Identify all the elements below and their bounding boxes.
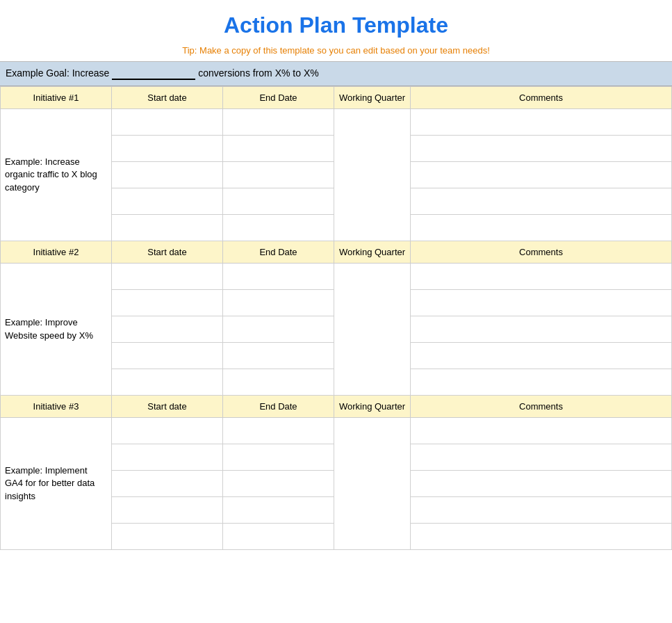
- initiative-1-start-4[interactable]: [112, 188, 223, 215]
- initiative-1-header-row: Initiative #1 Start date End Date Workin…: [1, 87, 672, 109]
- initiative-1-end-label: End Date: [223, 87, 334, 109]
- initiative-1-end-1[interactable]: [223, 109, 334, 136]
- initiative-2-comment-3[interactable]: [411, 316, 672, 343]
- initiative-1-end-3[interactable]: [223, 162, 334, 188]
- initiative-2-start-5[interactable]: [112, 369, 223, 396]
- goal-suffix: conversions from X% to X%: [198, 67, 319, 79]
- page-title: Action Plan Template: [0, 0, 672, 42]
- initiative-1-comment-1[interactable]: [411, 109, 672, 136]
- initiative-3-start-label: Start date: [112, 396, 223, 418]
- initiative-3-end-5[interactable]: [223, 524, 334, 550]
- initiative-1-comment-4[interactable]: [411, 188, 672, 215]
- initiative-2-comment-5[interactable]: [411, 369, 672, 396]
- initiative-3-end-3[interactable]: [223, 471, 334, 497]
- initiative-2-comments-label: Comments: [411, 241, 672, 264]
- initiative-3-end-label: End Date: [223, 396, 334, 418]
- initiative-2-comment-4[interactable]: [411, 343, 672, 369]
- initiative-2-start-3[interactable]: [112, 316, 223, 343]
- initiative-3-end-4[interactable]: [223, 497, 334, 524]
- initiative-1-start-3[interactable]: [112, 162, 223, 188]
- initiative-1-end-2[interactable]: [223, 136, 334, 162]
- initiative-3-quarter-value[interactable]: [334, 418, 411, 550]
- initiative-1-start-label: Start date: [112, 87, 223, 109]
- initiative-3-start-5[interactable]: [112, 524, 223, 550]
- initiative-1-quarter-label: Working Quarter: [334, 87, 411, 109]
- initiative-3-start-2[interactable]: [112, 444, 223, 471]
- initiative-1-row-1: Example: Increase organic traffic to X b…: [1, 109, 672, 136]
- goal-blank: [112, 67, 195, 80]
- initiative-3-comment-1[interactable]: [411, 418, 672, 444]
- initiative-1-comments-label: Comments: [411, 87, 672, 109]
- goal-bar: Example Goal: Increase conversions from …: [0, 62, 672, 86]
- initiative-1-comment-2[interactable]: [411, 136, 672, 162]
- initiative-2-end-4[interactable]: [223, 343, 334, 369]
- initiative-3-label: Initiative #3: [1, 396, 112, 418]
- initiative-1-start-5[interactable]: [112, 215, 223, 241]
- initiative-1-start-2[interactable]: [112, 136, 223, 162]
- initiative-2-end-1[interactable]: [223, 264, 334, 290]
- initiative-3-quarter-label: Working Quarter: [334, 396, 411, 418]
- initiative-2-end-5[interactable]: [223, 369, 334, 396]
- initiative-2-end-label: End Date: [223, 241, 334, 264]
- initiative-3-start-1[interactable]: [112, 418, 223, 444]
- initiative-3-start-4[interactable]: [112, 497, 223, 524]
- initiative-1-start-1[interactable]: [112, 109, 223, 136]
- initiative-3-row-1: Example: Implement GA4 for for better da…: [1, 418, 672, 444]
- initiative-2-start-4[interactable]: [112, 343, 223, 369]
- initiative-2-end-2[interactable]: [223, 290, 334, 316]
- initiative-3-comment-5[interactable]: [411, 524, 672, 550]
- initiative-1-end-5[interactable]: [223, 215, 334, 241]
- initiative-2-start-2[interactable]: [112, 290, 223, 316]
- initiative-2-comment-1[interactable]: [411, 264, 672, 290]
- tip-bar: Tip: Make a copy of this template so you…: [0, 42, 672, 62]
- initiative-1-label: Initiative #1: [1, 87, 112, 109]
- initiative-3-comment-2[interactable]: [411, 444, 672, 471]
- goal-label: Example Goal: Increase: [6, 67, 109, 79]
- initiative-1-comment-5[interactable]: [411, 215, 672, 241]
- initiative-2-start-1[interactable]: [112, 264, 223, 290]
- initiative-1-quarter-value[interactable]: [334, 109, 411, 241]
- initiative-2-header-row: Initiative #2 Start date End Date Workin…: [1, 241, 672, 264]
- initiative-2-start-label: Start date: [112, 241, 223, 264]
- initiative-2-quarter-value[interactable]: [334, 264, 411, 396]
- initiative-3-example: Example: Implement GA4 for for better da…: [1, 418, 112, 550]
- initiative-1-comment-3[interactable]: [411, 162, 672, 188]
- initiative-2-label: Initiative #2: [1, 241, 112, 264]
- initiative-3-header-row: Initiative #3 Start date End Date Workin…: [1, 396, 672, 418]
- initiative-2-quarter-label: Working Quarter: [334, 241, 411, 264]
- initiative-3-comment-3[interactable]: [411, 471, 672, 497]
- initiative-2-row-1: Example: Improve Website speed by X%: [1, 264, 672, 290]
- initiative-3-end-1[interactable]: [223, 418, 334, 444]
- initiative-2-comment-2[interactable]: [411, 290, 672, 316]
- initiative-3-start-3[interactable]: [112, 471, 223, 497]
- initiative-1-end-4[interactable]: [223, 188, 334, 215]
- initiative-2-example: Example: Improve Website speed by X%: [1, 264, 112, 396]
- initiative-3-comments-label: Comments: [411, 396, 672, 418]
- initiative-3-end-2[interactable]: [223, 444, 334, 471]
- initiative-1-example: Example: Increase organic traffic to X b…: [1, 109, 112, 241]
- initiative-2-end-3[interactable]: [223, 316, 334, 343]
- initiative-3-comment-4[interactable]: [411, 497, 672, 524]
